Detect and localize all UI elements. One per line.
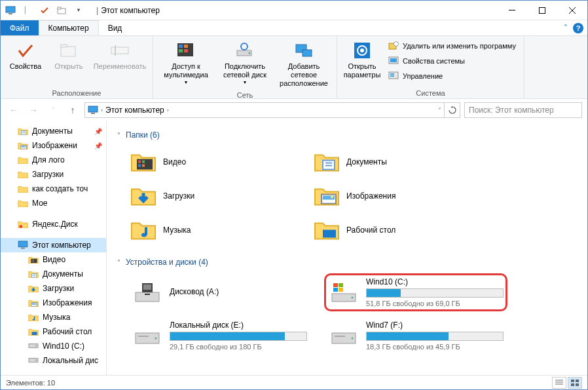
sidebar-item[interactable]: Загрузки bbox=[1, 281, 106, 296]
sidebar-item[interactable]: Локальный дис bbox=[1, 353, 106, 368]
tab-computer[interactable]: Компьютер bbox=[39, 20, 99, 35]
map-drive-button[interactable]: Подключить сетевой диск ▾ bbox=[216, 39, 274, 87]
folder-item[interactable]: Рабочий стол bbox=[311, 214, 481, 246]
svg-rect-79 bbox=[333, 288, 338, 292]
recent-dropdown-icon[interactable]: ˅ bbox=[45, 102, 61, 118]
manage-button[interactable]: Управление bbox=[384, 69, 520, 83]
folder-item[interactable]: Видео bbox=[128, 146, 298, 178]
group-header-drives[interactable]: ˅ Устройства и диски (4) bbox=[117, 254, 577, 271]
tab-view[interactable]: Вид bbox=[99, 20, 132, 35]
system-props-button[interactable]: Свойства системы bbox=[384, 54, 520, 68]
drive-item[interactable]: Локальный диск (E:)29,1 ГБ свободно из 1… bbox=[128, 317, 311, 355]
svg-rect-59 bbox=[138, 161, 141, 163]
down-icon bbox=[130, 183, 156, 209]
minimize-button[interactable] bbox=[497, 1, 527, 20]
folder-label: Музыка bbox=[163, 225, 191, 235]
svg-rect-83 bbox=[138, 336, 149, 337]
uninstall-button[interactable]: Удалить или изменить программу bbox=[384, 39, 520, 53]
sidebar-item[interactable]: Рабочий стол bbox=[1, 324, 106, 339]
title-text: Этот компьютер bbox=[101, 6, 160, 15]
folder-item[interactable]: Музыка bbox=[128, 214, 298, 246]
sidebar-item[interactable]: Изображени📌 bbox=[1, 138, 106, 153]
svg-rect-39 bbox=[18, 241, 28, 247]
group-system-label: Система bbox=[341, 88, 520, 97]
help-icon[interactable]: ? bbox=[573, 23, 583, 33]
svg-rect-3 bbox=[58, 7, 61, 9]
maximize-button[interactable] bbox=[527, 1, 557, 20]
tab-file[interactable]: Файл bbox=[1, 20, 39, 35]
content-pane[interactable]: ˅ Папки (6) ВидеоДокументыЗагрузкиИзобра… bbox=[107, 121, 587, 375]
up-button[interactable]: ↑ bbox=[65, 102, 81, 118]
sidebar-item[interactable]: Для лого bbox=[1, 153, 106, 167]
drive-icon bbox=[132, 280, 163, 305]
folder-icon bbox=[18, 184, 28, 194]
search-input[interactable]: Поиск: Этот компьютер bbox=[464, 102, 582, 118]
ribbon-tabs: Файл Компьютер Вид ˄ ? bbox=[1, 20, 587, 36]
sidebar-item[interactable]: Документы📌 bbox=[1, 124, 106, 138]
sidebar-item[interactable]: Яндекс.Диск bbox=[1, 217, 106, 231]
sidebar-item[interactable]: Видео bbox=[1, 252, 106, 267]
drive-free-text: 18,3 ГБ свободно из 45,9 ГБ bbox=[366, 343, 504, 351]
qat-dropdown-icon[interactable]: ▼ bbox=[71, 3, 86, 18]
group-header-folders[interactable]: ˅ Папки (6) bbox=[117, 127, 577, 144]
navigation-pane[interactable]: Документы📌Изображени📌Для логоЗагрузкикак… bbox=[1, 121, 107, 375]
sidebar-item[interactable]: Музыка bbox=[1, 310, 106, 324]
folder-item[interactable]: Документы bbox=[311, 146, 481, 178]
folder-item[interactable]: Загрузки bbox=[128, 180, 298, 212]
svg-rect-90 bbox=[571, 380, 574, 382]
svg-rect-86 bbox=[335, 336, 345, 337]
svg-point-17 bbox=[241, 43, 248, 50]
drive-icon bbox=[28, 355, 39, 366]
add-network-button[interactable]: Добавить сетевое расположение bbox=[275, 39, 333, 90]
folder-label: Изображения bbox=[346, 191, 395, 201]
drive-item[interactable]: Wind7 (F:)18,3 ГБ свободно из 45,9 ГБ bbox=[324, 317, 507, 355]
doc-icon bbox=[314, 149, 340, 175]
close-button[interactable] bbox=[557, 1, 587, 20]
svg-rect-74 bbox=[145, 294, 150, 295]
address-dropdown-icon[interactable]: ˅ bbox=[438, 107, 441, 114]
svg-rect-77 bbox=[333, 283, 338, 287]
properties-button[interactable]: Свойства bbox=[5, 39, 46, 72]
sidebar-item[interactable]: Документы bbox=[1, 267, 106, 281]
folders-grid: ВидеоДокументыЗагрузкиИзображенияМузыкаР… bbox=[117, 144, 577, 254]
sidebar-item-label: как создать точ bbox=[32, 184, 88, 193]
video-icon bbox=[130, 149, 156, 175]
svg-rect-0 bbox=[6, 7, 15, 12]
sidebar-item[interactable]: Мое bbox=[1, 196, 106, 210]
address-bar[interactable]: › Этот компьютер › ˅ bbox=[84, 102, 445, 118]
breadcrumb-text[interactable]: Этот компьютер bbox=[105, 106, 164, 115]
svg-rect-8 bbox=[111, 47, 128, 54]
forward-button[interactable]: → bbox=[26, 102, 41, 118]
sidebar-item[interactable]: Загрузки bbox=[1, 167, 106, 182]
refresh-button[interactable] bbox=[445, 102, 460, 118]
folder-icon bbox=[18, 169, 28, 180]
details-view-button[interactable] bbox=[552, 377, 566, 389]
drive-item[interactable]: Дисковод (A:) bbox=[128, 273, 311, 311]
media-access-button[interactable]: Доступ к мультимедиа ▾ bbox=[157, 39, 215, 87]
drive-item[interactable]: Wind10 (C:)51,8 ГБ свободно из 69,0 ГБ bbox=[324, 273, 507, 311]
collapse-ribbon-icon[interactable]: ˄ bbox=[564, 24, 568, 32]
open-settings-button[interactable]: Открыть параметры bbox=[341, 39, 383, 81]
svg-rect-11 bbox=[179, 45, 183, 48]
properties-qat-icon[interactable] bbox=[37, 3, 52, 18]
img-icon bbox=[18, 140, 28, 151]
status-text: Элементов: 10 bbox=[6, 379, 55, 387]
sidebar-item[interactable]: Этот компьютер bbox=[1, 238, 106, 252]
sidebar-item[interactable]: Wind10 (C:) bbox=[1, 339, 106, 353]
folder-item[interactable]: Изображения bbox=[311, 180, 481, 212]
down-icon bbox=[28, 283, 39, 294]
back-button[interactable]: ← bbox=[6, 102, 22, 118]
doc-icon bbox=[28, 269, 39, 279]
svg-rect-60 bbox=[142, 161, 145, 163]
sidebar-item[interactable]: Изображения bbox=[1, 296, 106, 310]
drives-grid: Дисковод (A:)Wind10 (C:)51,8 ГБ свободно… bbox=[117, 271, 577, 362]
drive-icon bbox=[28, 341, 39, 351]
sidebar-item[interactable]: как создать точ bbox=[1, 182, 106, 196]
svg-rect-6 bbox=[61, 47, 75, 56]
new-folder-qat-icon[interactable] bbox=[54, 3, 69, 18]
sidebar-item-label: Видео bbox=[43, 255, 65, 264]
sidebar-item-label: Wind10 (C:) bbox=[43, 341, 84, 351]
tiles-view-button[interactable] bbox=[568, 377, 582, 389]
pc-icon bbox=[18, 240, 28, 250]
svg-point-37 bbox=[24, 146, 26, 147]
